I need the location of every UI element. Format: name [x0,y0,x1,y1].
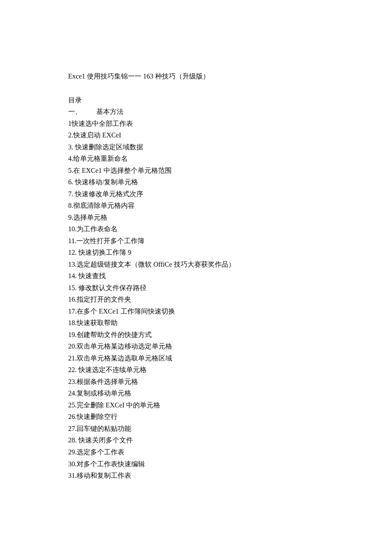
toc-item: 14 . 快速查找 [68,270,324,282]
section-heading: 一、 基本方法 [68,106,324,118]
item-text: .快速启动 EXCeI [72,129,121,141]
item-text: . 快速关闭多个文件 [75,434,133,446]
item-number: 21 [68,352,75,364]
item-number: 25 [68,399,75,411]
item-text: . 修改默认文件保存路径 [75,282,147,294]
item-text: .完全删除 EXCeI 中的单元格 [75,399,160,411]
item-number: 29 [68,446,75,458]
toc-item: 26 .快速删除空行 [68,411,324,423]
toc-item: 12 . 快速切换工作簿 9 [68,247,324,259]
item-number: 1 [68,118,72,130]
toc-item: 8 .彻底清除单元格内容 [68,200,324,212]
item-text: .选定超级链接文本（微软 OffiCe 技巧大赛获奖作品） [75,259,235,270]
item-text: .根据条件选择单元格 [75,376,138,388]
item-number: 10 [68,223,75,235]
item-text: . 快速修改单元格式次序 [72,188,143,200]
item-text: .在多个 EXCe1 工作簿间快速切换 [75,305,175,317]
toc-item: 23 .根据条件选择单元格 [68,376,324,388]
item-text: .一次性打开多个工作簿 [75,235,144,247]
item-number: 18 [68,317,75,329]
item-number: 17 [68,305,75,317]
item-number: 8 [68,200,72,212]
item-text: .在 EXCe1 中选择整个单元格范围 [72,165,172,177]
item-number: 11 [68,235,75,247]
item-number: 26 [68,411,75,423]
toc-item: 1快速选中全部工作表 [68,118,324,130]
item-number: 4 [68,153,72,165]
toc-item: 6 . 快速移动/复制单元格 [68,176,324,188]
item-number: 22 [68,364,75,376]
item-text: .创建帮助文件的快捷方式 [75,329,152,341]
item-text: .复制或移动单元格 [75,387,131,399]
item-number: 16 [68,293,75,305]
item-number: 12 [68,247,75,259]
document-page: Exce1 使用技巧集锦一一 163 种技巧（升级版） 目录 一、 基本方法 1… [0,0,392,524]
item-text: .回车键的粘贴功能 [75,423,131,435]
toc-item: 25 .完全删除 EXCeI 中的单元格 [68,399,324,411]
item-text: .为工作表命名 [75,223,118,235]
toc-item: 16 .指定打开的文件夹 [68,293,324,305]
item-text: .给单元格重新命名 [72,153,128,165]
item-number: 30 [68,458,75,470]
item-number: 7 [68,188,72,200]
item-number: 2 [68,129,72,141]
toc-item: 18 .快速获取帮助 [68,317,324,329]
toc-item: 28 . 快速关闭多个文件 [68,434,324,446]
toc-item: 13 .选定超级链接文本（微软 OffiCe 技巧大赛获奖作品） [68,259,324,270]
toc-item: 5 .在 EXCe1 中选择整个单元格范围 [68,165,324,177]
document-title: Exce1 使用技巧集锦一一 163 种技巧（升级版） [68,70,324,82]
item-text: .对多个工作表快速编辑 [75,458,145,470]
toc-item: 2 .快速启动 EXCeI [68,129,324,141]
toc-item: 29 .选定多个工作表 [68,446,324,458]
toc-item: 4 .给单元格重新命名 [68,153,324,165]
item-text: . 快速选定不连续单元格 [75,364,147,376]
item-number: 14 [68,270,75,282]
toc-item: 24 .复制或移动单元格 [68,387,324,399]
item-text: .选定多个工作表 [75,446,124,458]
item-text: . 快速切换工作簿 9 [75,247,131,259]
toc-heading: 目录 [68,94,324,106]
toc-item: 31 .移动和复制工作表 [68,470,324,482]
item-text: . 快速移动/复制单元格 [72,176,138,188]
item-number: 31 [68,470,75,482]
item-number: 19 [68,329,75,341]
item-number: 13 [68,259,75,270]
toc-item: 21 .双击单元格某边选取单元格区域 [68,352,324,364]
item-text: 快速选中全部工作表 [72,118,133,130]
section-label: 基本方法 [96,106,124,118]
toc-item: 15 . 修改默认文件保存路径 [68,282,324,294]
toc-item: 10 .为工作表命名 [68,223,324,235]
section-number: 一、 [68,106,82,118]
toc-item: 27 .回车键的粘贴功能 [68,423,324,435]
item-number: 20 [68,340,75,352]
item-text: .快速删除空行 [75,411,118,423]
toc-item: 9 .选择单元格 [68,212,324,224]
item-number: 27 [68,423,75,435]
item-text: .选择单元格 [72,212,107,224]
toc-item: 19 .创建帮助文件的快捷方式 [68,329,324,341]
item-number: 28 [68,434,75,446]
item-text: .指定打开的文件夹 [75,293,131,305]
item-number: 23 [68,376,75,388]
item-text: .双击单元格某边选取单元格区域 [75,352,172,364]
item-number: 6 [68,176,72,188]
item-text: .快速获取帮助 [75,317,118,329]
item-text: . 快速删除选定区域数据 [72,141,143,153]
toc-item: 3 . 快速删除选定区域数据 [68,141,324,153]
item-number: 24 [68,387,75,399]
toc-item: 11 .一次性打开多个工作簿 [68,235,324,247]
toc-item: 20 .双击单元格某边移动选定单元格 [68,340,324,352]
item-text: .双击单元格某边移动选定单元格 [75,340,172,352]
item-number: 9 [68,212,72,224]
item-number: 5 [68,165,72,177]
item-text: . 快速查找 [75,270,106,282]
toc-item: 30 .对多个工作表快速编辑 [68,458,324,470]
toc-item: 17 .在多个 EXCe1 工作簿间快速切换 [68,305,324,317]
item-number: 3 [68,141,72,153]
item-number: 15 [68,282,75,294]
item-text: .移动和复制工作表 [75,470,131,482]
toc-item: 22 . 快速选定不连续单元格 [68,364,324,376]
toc-item: 7 . 快速修改单元格式次序 [68,188,324,200]
item-text: .彻底清除单元格内容 [72,200,135,212]
